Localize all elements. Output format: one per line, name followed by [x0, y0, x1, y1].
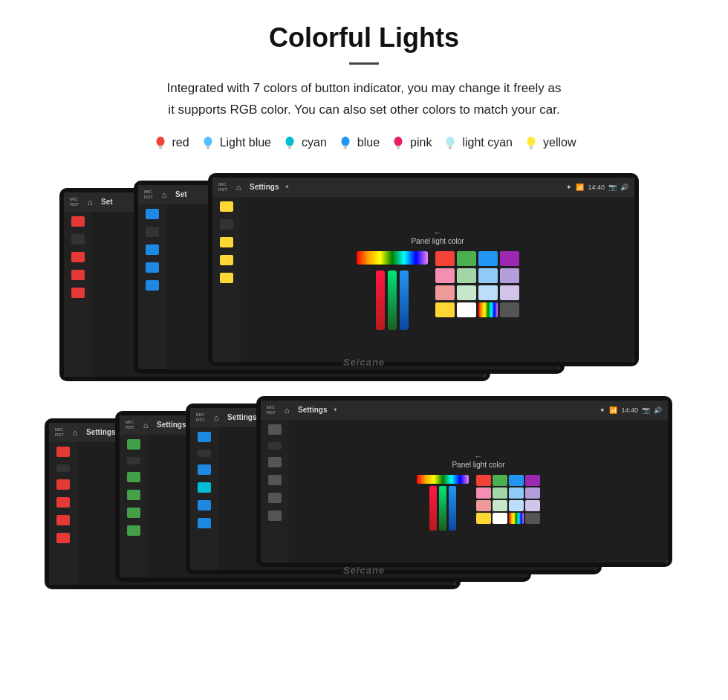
- back-arrow-label: ←: [434, 228, 442, 237]
- b-settings-1: Settings: [86, 428, 115, 436]
- page-description: Integrated with 7 colors of button indic…: [30, 78, 698, 121]
- b-settings-2: Settings: [157, 421, 186, 429]
- svg-point-18: [527, 137, 536, 146]
- b-panel-title: Panel light color: [452, 461, 504, 469]
- svg-point-6: [286, 137, 294, 146]
- home-icon: ⌂: [85, 197, 95, 207]
- color-label-blue: blue: [357, 136, 380, 149]
- mic-rst-label-3: MICRST: [218, 182, 227, 192]
- bulb-icon-cyan: [282, 135, 298, 151]
- screen-card-3: MICRST ⌂ Settings ✦ ✦ 📶 14:40 📷 🔊: [208, 173, 639, 366]
- svg-rect-17: [449, 147, 452, 149]
- bulb-icon-red: [152, 135, 169, 151]
- svg-rect-10: [343, 146, 348, 147]
- color-item-cyan: cyan: [282, 135, 327, 151]
- home-icon-3: ⌂: [233, 182, 244, 192]
- settings-label: Set: [101, 198, 113, 206]
- bottom-screens-stack: MICRST ⌂ Settings: [45, 396, 683, 589]
- b-home-4: ⌂: [282, 405, 292, 415]
- color-bars: [376, 270, 409, 330]
- title-divider: [349, 62, 379, 65]
- time-label: 14:40: [588, 184, 605, 191]
- color-label-red: red: [172, 136, 189, 149]
- b-mic-rst-4: MICRST: [267, 405, 276, 415]
- svg-rect-11: [344, 147, 347, 149]
- page-title: Colorful Lights: [30, 22, 698, 54]
- page-wrapper: Colorful Lights Integrated with 7 colors…: [0, 0, 728, 634]
- bulb-icon-light-cyan: [442, 135, 458, 151]
- color-item-light-cyan: light cyan: [442, 135, 513, 151]
- svg-rect-8: [288, 147, 291, 149]
- svg-rect-14: [397, 147, 400, 149]
- top-screens-stack: MICRST ⌂ Set: [59, 173, 669, 381]
- mic-rst-label: MICRST: [70, 197, 79, 207]
- color-label-yellow: yellow: [543, 136, 576, 149]
- b-back-4: ←: [475, 452, 483, 461]
- b-time-label: 14:40: [621, 406, 638, 414]
- b-color-panel: [417, 475, 540, 531]
- color-panel-area: [357, 251, 519, 330]
- b-mic-rst-1: MICRST: [55, 427, 64, 438]
- color-label-light-blue: Light blue: [220, 136, 271, 149]
- b-mic-rst-2: MICRST: [126, 420, 134, 430]
- svg-point-15: [446, 137, 455, 146]
- color-item-yellow: yellow: [523, 135, 576, 151]
- top-screens-wrapper: MICRST ⌂ Set: [30, 173, 698, 381]
- svg-rect-13: [396, 146, 400, 147]
- b-settings-4: Settings: [298, 406, 327, 414]
- svg-rect-20: [530, 147, 533, 149]
- svg-point-0: [156, 137, 164, 146]
- bulb-icon-light-blue: [200, 135, 216, 151]
- bottom-screens-wrapper: MICRST ⌂ Settings: [30, 396, 698, 589]
- bulb-icon-pink: [390, 135, 406, 151]
- b-home-3: ⌂: [211, 412, 221, 423]
- svg-rect-16: [449, 146, 453, 147]
- svg-rect-4: [206, 146, 210, 147]
- home-icon-2: ⌂: [159, 189, 169, 200]
- settings-label-2: Set: [175, 190, 187, 198]
- svg-rect-19: [529, 146, 533, 147]
- b-home-2: ⌂: [140, 420, 151, 430]
- color-item-pink: pink: [390, 135, 432, 151]
- b-mic-rst-3: MICRST: [196, 412, 205, 423]
- color-label-pink: pink: [410, 136, 432, 149]
- bottom-screen-card-4: MICRST ⌂ Settings ✦ ✦ 📶 14:40 📷 🔊: [256, 396, 672, 567]
- color-row: red Light blue cyan: [30, 135, 698, 151]
- bulb-icon-yellow: [523, 135, 539, 151]
- swatches-container: [435, 251, 519, 317]
- color-item-blue: blue: [337, 135, 380, 151]
- svg-point-3: [204, 137, 212, 146]
- bulb-icon-blue: [337, 135, 354, 151]
- b-settings-3: Settings: [227, 413, 256, 421]
- svg-point-9: [341, 137, 349, 146]
- svg-rect-5: [207, 147, 209, 149]
- svg-point-12: [394, 137, 403, 146]
- b-home-1: ⌂: [70, 427, 80, 438]
- panel-light-color-title: Panel light color: [411, 237, 464, 245]
- settings-label-3: Settings: [250, 183, 279, 191]
- title-section: Colorful Lights Integrated with 7 colors…: [30, 22, 698, 121]
- rainbow-bar: [357, 251, 428, 265]
- mic-rst-label-2: MICRST: [144, 189, 153, 200]
- svg-rect-7: [287, 146, 292, 147]
- svg-rect-1: [158, 146, 163, 147]
- color-label-cyan: cyan: [302, 136, 327, 149]
- color-item-red: red: [152, 135, 189, 151]
- svg-rect-2: [159, 147, 162, 149]
- color-item-light-blue: Light blue: [200, 135, 271, 151]
- color-label-light-cyan: light cyan: [462, 136, 513, 149]
